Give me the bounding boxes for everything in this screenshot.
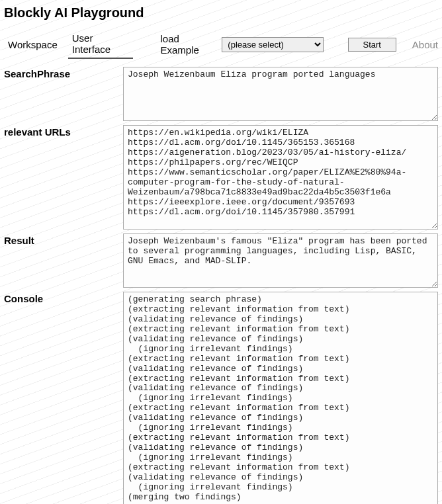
searchphrase-input[interactable] [123, 67, 438, 121]
page-title: Blockly AI Playground [4, 5, 438, 21]
searchphrase-label: SearchPhrase [4, 67, 123, 79]
example-select[interactable]: (please select) [222, 37, 324, 52]
about-link[interactable]: About [412, 39, 438, 50]
relevant-urls-label: relevant URLs [4, 125, 123, 138]
relevant-urls-input[interactable] [123, 125, 438, 230]
load-example-label: load Example [161, 33, 216, 56]
top-toolbar: Workspace User Interface load Example (p… [4, 28, 438, 60]
result-label: Result [4, 233, 123, 246]
tab-user-interface[interactable]: User Interface [68, 30, 133, 59]
result-output[interactable] [123, 233, 438, 288]
start-button[interactable]: Start [348, 38, 396, 52]
console-label: Console [4, 292, 123, 304]
tab-workspace[interactable]: Workspace [4, 36, 62, 53]
console-output[interactable] [123, 292, 438, 504]
